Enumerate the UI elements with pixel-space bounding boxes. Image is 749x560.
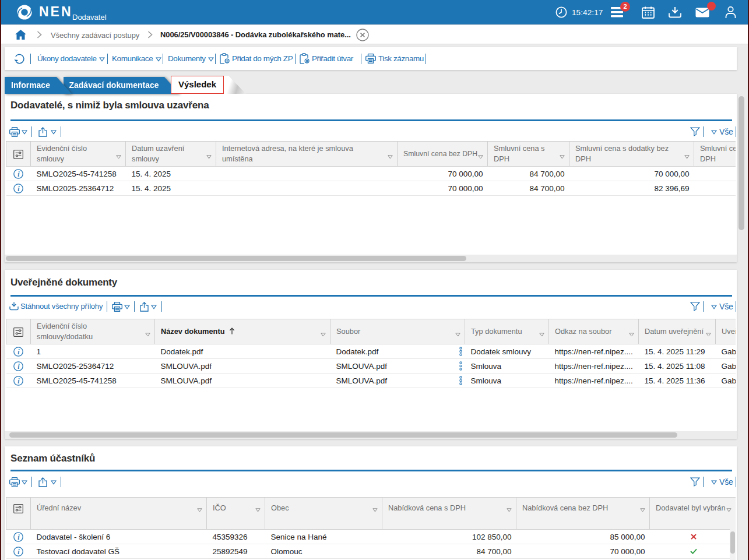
svg-text:i: i — [17, 376, 20, 385]
svg-text:i: i — [17, 184, 20, 192]
svg-text:i: i — [17, 547, 20, 555]
svg-text:i: i — [17, 362, 20, 370]
svg-text:i: i — [17, 347, 20, 355]
svg-text:i: i — [17, 533, 20, 541]
svg-text:i: i — [17, 170, 20, 178]
